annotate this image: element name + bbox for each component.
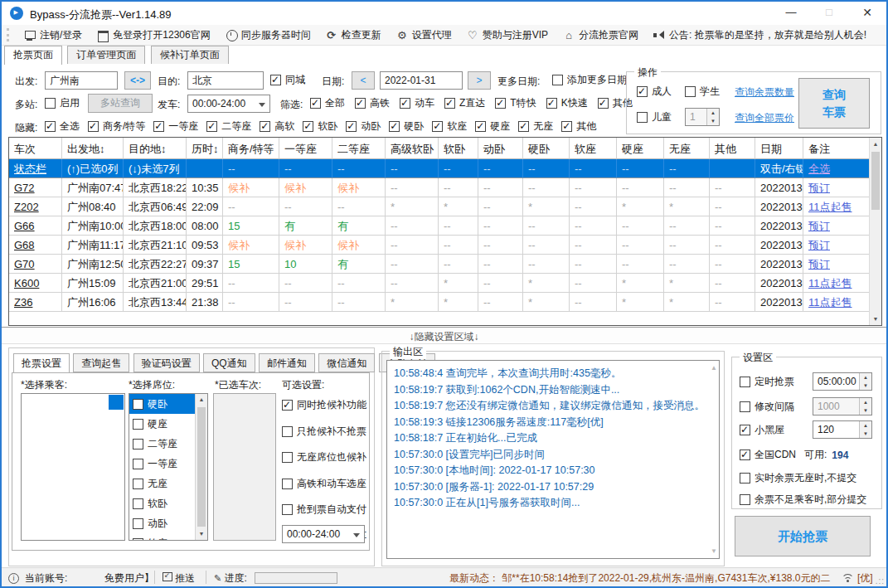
scroll-down-icon[interactable]: ▼	[196, 528, 207, 540]
page-tab[interactable]: 订单管理页面	[67, 46, 145, 64]
seat-listbox[interactable]: 硬卧 硬座 二等座 一等座 无座 软卧 动卧 软座 商务座	[129, 393, 208, 541]
column-header[interactable]: 历时↕	[187, 138, 223, 159]
seat-filter-checkbox[interactable]: 无座	[518, 119, 553, 134]
train-number-link[interactable]: G70	[9, 255, 62, 274]
seat-option[interactable]: 一等座	[129, 454, 195, 474]
query-remaining-link[interactable]: 查询余票数量	[735, 85, 794, 100]
passenger-listbox[interactable]	[21, 393, 125, 541]
page-tab[interactable]: 抢票页面	[4, 46, 62, 65]
spinner-arrows-icon[interactable]: ▲▼	[859, 421, 871, 438]
option-checkbox[interactable]: 高铁和动车选座	[282, 477, 366, 491]
train-number-link[interactable]: Z36	[9, 293, 62, 312]
seat-filter-checkbox[interactable]: 硬座	[475, 119, 510, 134]
depart-time-combobox[interactable]: 00:00-24:00	[187, 95, 270, 113]
seat-option[interactable]: 软卧	[129, 493, 195, 513]
child-count-spinner[interactable]: 1▲▼	[685, 108, 720, 126]
toolbar-item[interactable]: 分流抢票官网	[556, 25, 646, 46]
same-city-checkbox[interactable]: 同城	[270, 73, 305, 87]
depart-input[interactable]: 广州南	[45, 71, 118, 90]
hidden-settings-strip[interactable]: ↓隐藏设置区域↓	[2, 327, 886, 344]
column-header[interactable]: 软座	[570, 138, 617, 159]
train-type-checkbox[interactable]: T特快	[495, 96, 536, 110]
option-checkbox[interactable]: 抢到票自动支付	[282, 503, 366, 517]
seat-option[interactable]: 硬座	[129, 414, 195, 434]
settings-tab[interactable]: 抢票设置	[13, 353, 70, 373]
seat-filter-checkbox[interactable]: 全选	[45, 119, 80, 134]
column-header[interactable]: 目的地↕	[124, 138, 187, 159]
adult-checkbox[interactable]: 成人	[637, 85, 672, 99]
book-link[interactable]: 11点起售	[803, 293, 870, 312]
scroll-down-icon[interactable]: ▼	[870, 313, 881, 325]
spinner-arrows-icon[interactable]: ▲▼	[706, 109, 719, 125]
select-all-link[interactable]: 全选	[803, 159, 870, 178]
column-header[interactable]: 无座	[664, 138, 710, 159]
column-header[interactable]: 车次	[9, 138, 62, 159]
book-link[interactable]: 11点起售	[803, 197, 870, 216]
column-header[interactable]: 一等座	[279, 138, 332, 159]
table-scrollbar[interactable]: ▲ ▼	[869, 138, 881, 325]
seat-filter-checkbox[interactable]: 商务/特等	[88, 119, 145, 134]
train-number-link[interactable]: G68	[9, 236, 62, 255]
seat-option[interactable]: 软座	[129, 533, 195, 541]
push-button[interactable]: 推送	[163, 571, 195, 586]
seat-filter-checkbox[interactable]: 高软	[260, 119, 294, 134]
table-row[interactable]: G66 广州南10:00 北京西18:00 08:00 15 有 有 -- --…	[9, 216, 870, 236]
train-type-checkbox[interactable]: K快速	[546, 96, 588, 110]
grab-time-combobox[interactable]: 00:00-24:00	[282, 525, 365, 543]
spinner-arrows-icon[interactable]: ▲▼	[859, 398, 871, 415]
dest-input[interactable]: 北京	[187, 71, 264, 90]
seat-filter-checkbox[interactable]: 一等座	[153, 119, 198, 134]
date-prev-button[interactable]: <	[352, 71, 375, 90]
book-link[interactable]: 预订	[803, 216, 870, 236]
toolbar-item[interactable]: 赞助与注册VIP	[459, 25, 556, 46]
query-tickets-button[interactable]: 查询车票	[798, 78, 870, 129]
seat-filter-checkbox[interactable]: 动卧	[346, 119, 381, 134]
column-header[interactable]: 其他	[710, 138, 755, 159]
maximize-button[interactable]: □	[810, 2, 848, 25]
seat-option[interactable]: 动卧	[129, 513, 195, 533]
scroll-up-icon[interactable]: ▲	[196, 394, 207, 406]
seat-filter-checkbox[interactable]: 软卧	[303, 119, 337, 134]
scroll-up-icon[interactable]: ▲	[870, 138, 881, 150]
seat-option[interactable]: 二等座	[129, 434, 195, 454]
train-number-link[interactable]: G72	[9, 178, 62, 197]
settings-tab[interactable]: QQ通知	[203, 353, 255, 372]
date-input[interactable]: 2022-01-31	[380, 71, 463, 90]
train-number-link[interactable]: K600	[9, 274, 62, 293]
column-header[interactable]: 日期	[755, 138, 803, 159]
seat-filter-checkbox[interactable]: 硬卧	[389, 119, 424, 134]
option-checkbox[interactable]: 无座席位也候补	[282, 450, 366, 464]
date-next-button[interactable]: >	[468, 71, 491, 90]
blackroom-checkbox[interactable]: 小黑屋	[740, 423, 784, 437]
page-tab[interactable]: 候补订单页面	[151, 46, 229, 64]
settings-tab[interactable]: 查询起售	[73, 353, 129, 372]
status-row[interactable]: 状态栏 (↑)已选0列 (↓)未选7列 -- -- -- -- -- -- --…	[9, 159, 870, 178]
multi-station-query-button[interactable]: 多站查询	[88, 94, 153, 113]
passenger-selection-cell[interactable]	[109, 395, 124, 410]
seat-filter-checkbox[interactable]: 其他	[561, 119, 596, 134]
train-number-link[interactable]: G66	[9, 216, 62, 236]
close-button[interactable]: ✕	[848, 2, 886, 25]
swap-stations-button[interactable]: <->	[124, 71, 151, 90]
book-link[interactable]: 11点起售	[803, 274, 870, 293]
minimize-button[interactable]: —	[772, 2, 810, 25]
status-row-label[interactable]: 状态栏	[9, 159, 62, 178]
scroll-down-icon[interactable]: ▼	[711, 547, 717, 555]
seat-filter-checkbox[interactable]: 软座	[432, 119, 467, 134]
selected-trains-listbox[interactable]	[213, 393, 276, 541]
start-grab-button[interactable]: 开始抢票	[735, 516, 871, 556]
seat-filter-checkbox[interactable]: 二等座	[206, 119, 251, 134]
scroll-thumb[interactable]	[871, 152, 880, 210]
column-header[interactable]: 动卧	[478, 138, 523, 159]
column-header[interactable]: 软卧	[439, 138, 478, 159]
interval-checkbox[interactable]: 修改间隔	[740, 400, 794, 414]
settings-tab[interactable]: 邮件通知	[259, 353, 315, 372]
cdn-checkbox[interactable]: 全国CDN	[740, 448, 796, 462]
interval-spinner[interactable]: 1000▲▼	[813, 397, 872, 415]
option-checkbox[interactable]: 只抢候补不抢票	[282, 425, 366, 439]
settings-tab[interactable]: 微信通知	[318, 353, 375, 372]
table-row[interactable]: K600 广州15:09 北京西21:00 29:51 -- -- -- -- …	[9, 274, 870, 293]
query-price-link[interactable]: 查询全部票价	[735, 111, 794, 125]
train-type-checkbox[interactable]: Z直达	[444, 96, 485, 110]
book-link[interactable]: 预订	[803, 236, 870, 255]
